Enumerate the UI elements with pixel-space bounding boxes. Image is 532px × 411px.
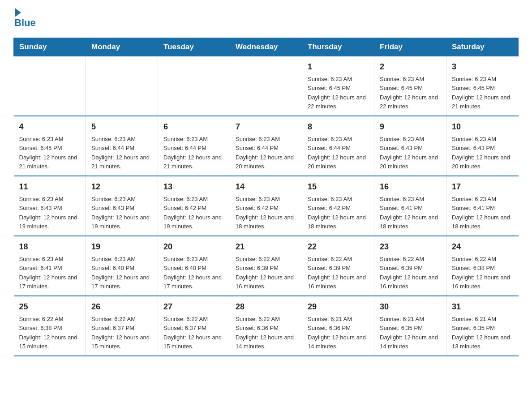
page-header: Blue — [13, 9, 519, 29]
calendar-cell: 9Sunrise: 6:23 AM Sunset: 6:43 PM Daylig… — [374, 116, 446, 176]
day-number: 27 — [163, 301, 224, 313]
day-number: 20 — [163, 241, 224, 253]
calendar-header-row: SundayMondayTuesdayWednesdayThursdayFrid… — [14, 38, 519, 56]
calendar-header-monday: Monday — [86, 38, 158, 56]
calendar-week-row: 18Sunrise: 6:23 AM Sunset: 6:41 PM Dayli… — [14, 236, 519, 296]
calendar-cell: 15Sunrise: 6:23 AM Sunset: 6:42 PM Dayli… — [302, 176, 374, 236]
calendar-header-sunday: Sunday — [14, 38, 86, 56]
day-info: Sunrise: 6:23 AM Sunset: 6:41 PM Dayligh… — [452, 196, 510, 230]
day-info: Sunrise: 6:22 AM Sunset: 6:38 PM Dayligh… — [19, 316, 77, 350]
day-number: 17 — [452, 181, 513, 193]
calendar-header-wednesday: Wednesday — [230, 38, 302, 56]
calendar-cell: 19Sunrise: 6:23 AM Sunset: 6:40 PM Dayli… — [86, 236, 158, 296]
calendar-cell: 8Sunrise: 6:23 AM Sunset: 6:44 PM Daylig… — [302, 116, 374, 176]
calendar-week-row: 1Sunrise: 6:23 AM Sunset: 6:45 PM Daylig… — [14, 56, 519, 116]
day-info: Sunrise: 6:23 AM Sunset: 6:43 PM Dayligh… — [380, 136, 438, 170]
day-info: Sunrise: 6:22 AM Sunset: 6:39 PM Dayligh… — [236, 256, 294, 290]
day-number: 25 — [19, 301, 81, 313]
calendar-cell: 1Sunrise: 6:23 AM Sunset: 6:45 PM Daylig… — [302, 56, 374, 116]
calendar-cell: 26Sunrise: 6:22 AM Sunset: 6:37 PM Dayli… — [86, 296, 158, 356]
day-info: Sunrise: 6:23 AM Sunset: 6:40 PM Dayligh… — [163, 256, 222, 290]
day-info: Sunrise: 6:23 AM Sunset: 6:45 PM Dayligh… — [308, 76, 366, 110]
calendar-cell: 22Sunrise: 6:22 AM Sunset: 6:39 PM Dayli… — [302, 236, 374, 296]
day-number: 4 — [19, 121, 81, 133]
day-number: 14 — [236, 181, 296, 193]
day-number: 3 — [452, 61, 513, 73]
calendar-cell — [86, 56, 158, 116]
calendar-cell: 18Sunrise: 6:23 AM Sunset: 6:41 PM Dayli… — [14, 236, 86, 296]
calendar-cell: 24Sunrise: 6:22 AM Sunset: 6:38 PM Dayli… — [446, 236, 519, 296]
calendar-cell: 29Sunrise: 6:21 AM Sunset: 6:36 PM Dayli… — [302, 296, 374, 356]
day-number: 24 — [452, 241, 513, 253]
day-info: Sunrise: 6:23 AM Sunset: 6:45 PM Dayligh… — [19, 136, 77, 170]
day-info: Sunrise: 6:23 AM Sunset: 6:42 PM Dayligh… — [236, 196, 294, 230]
day-info: Sunrise: 6:22 AM Sunset: 6:37 PM Dayligh… — [163, 316, 222, 350]
calendar-cell: 10Sunrise: 6:23 AM Sunset: 6:43 PM Dayli… — [446, 116, 519, 176]
logo-bottom-text: Blue — [14, 17, 36, 29]
calendar-cell — [158, 56, 230, 116]
logo: Blue — [13, 9, 36, 29]
day-info: Sunrise: 6:22 AM Sunset: 6:38 PM Dayligh… — [452, 256, 510, 290]
day-number: 15 — [308, 181, 369, 193]
day-info: Sunrise: 6:23 AM Sunset: 6:43 PM Dayligh… — [19, 196, 77, 230]
day-number: 23 — [380, 241, 441, 253]
day-number: 11 — [19, 181, 81, 193]
day-info: Sunrise: 6:23 AM Sunset: 6:41 PM Dayligh… — [19, 256, 77, 290]
day-info: Sunrise: 6:23 AM Sunset: 6:44 PM Dayligh… — [91, 136, 150, 170]
calendar-cell: 28Sunrise: 6:22 AM Sunset: 6:36 PM Dayli… — [230, 296, 302, 356]
calendar-header-saturday: Saturday — [446, 38, 519, 56]
day-info: Sunrise: 6:21 AM Sunset: 6:35 PM Dayligh… — [380, 316, 438, 350]
calendar-header-friday: Friday — [374, 38, 446, 56]
day-number: 26 — [91, 301, 152, 313]
day-info: Sunrise: 6:23 AM Sunset: 6:45 PM Dayligh… — [380, 76, 438, 110]
calendar-header-tuesday: Tuesday — [158, 38, 230, 56]
day-number: 10 — [452, 121, 513, 133]
day-number: 9 — [380, 121, 441, 133]
day-number: 30 — [380, 301, 441, 313]
day-number: 6 — [163, 121, 224, 133]
calendar-cell: 4Sunrise: 6:23 AM Sunset: 6:45 PM Daylig… — [14, 116, 86, 176]
day-info: Sunrise: 6:23 AM Sunset: 6:40 PM Dayligh… — [91, 256, 150, 290]
calendar-cell: 27Sunrise: 6:22 AM Sunset: 6:37 PM Dayli… — [158, 296, 230, 356]
calendar-cell: 11Sunrise: 6:23 AM Sunset: 6:43 PM Dayli… — [14, 176, 86, 236]
day-info: Sunrise: 6:23 AM Sunset: 6:44 PM Dayligh… — [163, 136, 222, 170]
day-info: Sunrise: 6:23 AM Sunset: 6:43 PM Dayligh… — [452, 136, 510, 170]
calendar-cell: 13Sunrise: 6:23 AM Sunset: 6:42 PM Dayli… — [158, 176, 230, 236]
calendar-cell — [230, 56, 302, 116]
calendar-week-row: 4Sunrise: 6:23 AM Sunset: 6:45 PM Daylig… — [14, 116, 519, 176]
calendar-cell: 30Sunrise: 6:21 AM Sunset: 6:35 PM Dayli… — [374, 296, 446, 356]
day-info: Sunrise: 6:22 AM Sunset: 6:37 PM Dayligh… — [91, 316, 150, 350]
calendar-cell: 5Sunrise: 6:23 AM Sunset: 6:44 PM Daylig… — [86, 116, 158, 176]
day-info: Sunrise: 6:23 AM Sunset: 6:42 PM Dayligh… — [308, 196, 366, 230]
calendar-cell: 7Sunrise: 6:23 AM Sunset: 6:44 PM Daylig… — [230, 116, 302, 176]
day-info: Sunrise: 6:23 AM Sunset: 6:44 PM Dayligh… — [236, 136, 294, 170]
day-number: 19 — [91, 241, 152, 253]
calendar-week-row: 25Sunrise: 6:22 AM Sunset: 6:38 PM Dayli… — [14, 296, 519, 356]
day-number: 2 — [380, 61, 441, 73]
calendar-cell — [14, 56, 86, 116]
day-info: Sunrise: 6:21 AM Sunset: 6:35 PM Dayligh… — [452, 316, 510, 350]
calendar-cell: 12Sunrise: 6:23 AM Sunset: 6:43 PM Dayli… — [86, 176, 158, 236]
calendar-cell: 2Sunrise: 6:23 AM Sunset: 6:45 PM Daylig… — [374, 56, 446, 116]
day-number: 16 — [380, 181, 441, 193]
day-number: 22 — [308, 241, 369, 253]
calendar-cell: 20Sunrise: 6:23 AM Sunset: 6:40 PM Dayli… — [158, 236, 230, 296]
day-number: 5 — [91, 121, 152, 133]
day-info: Sunrise: 6:22 AM Sunset: 6:39 PM Dayligh… — [308, 256, 366, 290]
day-number: 8 — [308, 121, 369, 133]
calendar-cell: 25Sunrise: 6:22 AM Sunset: 6:38 PM Dayli… — [14, 296, 86, 356]
day-number: 1 — [308, 61, 369, 73]
calendar-cell: 14Sunrise: 6:23 AM Sunset: 6:42 PM Dayli… — [230, 176, 302, 236]
day-info: Sunrise: 6:22 AM Sunset: 6:36 PM Dayligh… — [236, 316, 294, 350]
day-number: 13 — [163, 181, 224, 193]
day-number: 28 — [236, 301, 296, 313]
calendar-cell: 23Sunrise: 6:22 AM Sunset: 6:39 PM Dayli… — [374, 236, 446, 296]
day-info: Sunrise: 6:23 AM Sunset: 6:43 PM Dayligh… — [91, 196, 150, 230]
calendar-cell: 17Sunrise: 6:23 AM Sunset: 6:41 PM Dayli… — [446, 176, 519, 236]
day-info: Sunrise: 6:23 AM Sunset: 6:44 PM Dayligh… — [308, 136, 366, 170]
day-info: Sunrise: 6:23 AM Sunset: 6:45 PM Dayligh… — [452, 76, 510, 110]
day-info: Sunrise: 6:23 AM Sunset: 6:42 PM Dayligh… — [163, 196, 222, 230]
day-number: 12 — [91, 181, 152, 193]
day-number: 18 — [19, 241, 81, 253]
day-number: 31 — [452, 301, 513, 313]
